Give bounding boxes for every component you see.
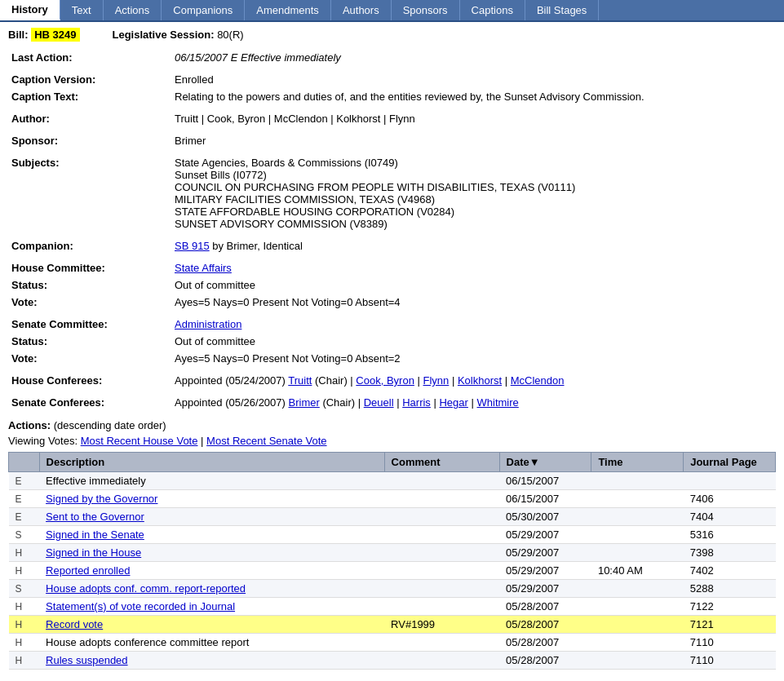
caption-version-label: Caption Version: [8,71,171,88]
house-conferee-link[interactable]: Flynn [423,374,450,387]
senate-status-label: Status: [8,333,171,350]
senate-status-value: Out of committee [171,333,776,350]
row-prefix: H [9,652,40,670]
house-vote-value: Ayes=5 Nays=0 Present Not Voting=0 Absen… [171,294,776,311]
subject-item: STATE AFFORDABLE HOUSING CORPORATION (V0… [175,206,773,218]
row-date: 05/28/2007 [499,598,591,616]
tab-text[interactable]: Text [60,0,104,20]
conferee-extra: (Chair) [320,396,355,409]
senate-conferee-link[interactable]: Harris [402,396,431,409]
companion-link[interactable]: SB 915 [175,240,210,252]
tab-bill-stages[interactable]: Bill Stages [525,0,599,20]
row-description[interactable]: Statement(s) of vote recorded in Journal [39,598,384,616]
house-conferee-link[interactable]: Kolkhorst [458,374,502,387]
col-time-header: Time [591,453,684,472]
row-description[interactable]: Signed in the House [39,544,384,562]
row-date: 06/15/2007 [499,472,591,490]
table-row: SSigned in the Senate05/29/20075316 [9,526,776,544]
row-journal: 7406 [684,490,776,508]
caption-text-row: Caption Text: Relating to the powers and… [8,88,776,105]
tab-companions[interactable]: Companions [162,0,245,20]
house-conferee-link[interactable]: Truitt [288,374,312,387]
row-journal: 7404 [684,508,776,526]
row-prefix: H [9,598,40,616]
row-description-link[interactable]: Signed by the Governor [46,493,157,505]
senate-conferee-link[interactable]: Deuell [364,396,394,409]
row-journal: 7110 [684,634,776,652]
house-conferee-link[interactable]: Cook, Byron [356,374,414,387]
tab-authors[interactable]: Authors [331,0,392,20]
senate-committee-row: Senate Committee: Administration [8,316,776,333]
house-status-value: Out of committee [171,276,776,294]
subjects-row: Subjects: State Agencies, Boards & Commi… [8,154,776,232]
senate-conferees-row: Senate Conferees: Appointed (05/26/2007)… [8,394,776,411]
row-prefix: E [9,490,40,508]
row-journal [684,472,776,490]
last-action-row: Last Action: 06/15/2007 E Effective imme… [8,49,776,66]
row-time: 10:40 AM [591,562,684,580]
row-time [591,508,684,526]
col-date-header[interactable]: Date▼ [499,453,591,472]
senate-status-row: Status: Out of committee [8,333,776,350]
subjects-label: Subjects: [8,154,171,232]
row-description-link[interactable]: Record vote [46,618,103,630]
row-description-link[interactable]: Rules suspended [46,654,127,666]
row-description-link[interactable]: Statement(s) of vote recorded in Journal [46,600,235,612]
actions-header: Actions: (descending date order) [8,419,776,431]
house-committee-link[interactable]: State Affairs [175,262,232,274]
house-conferees-label: House Conferees: [8,372,171,389]
most-recent-house-vote-link[interactable]: Most Recent House Vote [81,435,198,447]
col-journal-header: Journal Page [684,453,776,472]
row-description-link[interactable]: Signed in the House [46,546,141,559]
row-description[interactable]: Signed in the Senate [39,526,384,544]
row-description[interactable]: House adopts conf. comm. report-reported [39,580,384,598]
caption-version-row: Caption Version: Enrolled [8,71,776,88]
votes-links: Viewing Votes: Most Recent House Vote | … [8,435,776,447]
row-prefix: S [9,580,40,598]
tab-history[interactable]: History [0,0,60,20]
row-description-link[interactable]: Sent to the Governor [46,511,144,523]
last-action-value: 06/15/2007 E Effective immediately [171,49,776,66]
row-description[interactable]: Record vote [39,616,384,634]
row-description[interactable]: Signed by the Governor [39,490,384,508]
table-header-row: Description Comment Date▼ Time Journal P… [9,453,776,472]
row-description-link[interactable]: Reported enrolled [46,564,130,577]
senate-conferee-link[interactable]: Whitmire [477,396,519,409]
row-date: 05/29/2007 [499,544,591,562]
row-description-link[interactable]: House adopts conf. comm. report-reported [46,582,246,595]
bill-label: Bill: [8,29,29,41]
conferee-extra: (Chair) [312,374,347,387]
row-prefix: H [9,634,40,652]
companion-value: SB 915 by Brimer, Identical [171,237,776,254]
row-date: 06/15/2007 [499,490,591,508]
table-row: HStatement(s) of vote recorded in Journa… [9,598,776,616]
house-conferees-value: Appointed (05/24/2007) Truitt (Chair) | … [171,372,776,389]
tab-captions[interactable]: Captions [460,0,525,20]
senate-vote-value: Ayes=5 Nays=0 Present Not Voting=0 Absen… [171,350,776,367]
most-recent-senate-vote-link[interactable]: Most Recent Senate Vote [206,435,326,447]
senate-conferee-link[interactable]: Brimer [289,396,320,409]
row-journal: 7121 [684,616,776,634]
main-content: Bill: HB 3249 Legislative Session: 80(R)… [0,22,784,676]
senate-committee-link[interactable]: Administration [175,318,241,330]
senate-conferee-link[interactable]: Hegar [439,396,467,409]
row-time [591,544,684,562]
row-comment: RV#1999 [384,616,499,634]
row-comment [384,526,499,544]
row-description[interactable]: Reported enrolled [39,562,384,580]
row-comment [384,598,499,616]
bill-header: Bill: HB 3249 Legislative Session: 80(R) [8,29,776,41]
house-conferee-link[interactable]: McClendon [511,374,565,387]
table-row: EEffective immediately06/15/2007 [9,472,776,490]
tab-amendments[interactable]: Amendments [245,0,331,20]
table-row: ESigned by the Governor06/15/20077406 [9,490,776,508]
row-journal: 7110 [684,652,776,670]
author-label: Author: [8,110,171,127]
tab-actions[interactable]: Actions [104,0,162,20]
row-description[interactable]: Rules suspended [39,652,384,670]
row-journal: 5288 [684,580,776,598]
row-journal: 5316 [684,526,776,544]
row-description[interactable]: Sent to the Governor [39,508,384,526]
tab-sponsors[interactable]: Sponsors [392,0,460,20]
row-description-link[interactable]: Signed in the Senate [46,528,144,541]
